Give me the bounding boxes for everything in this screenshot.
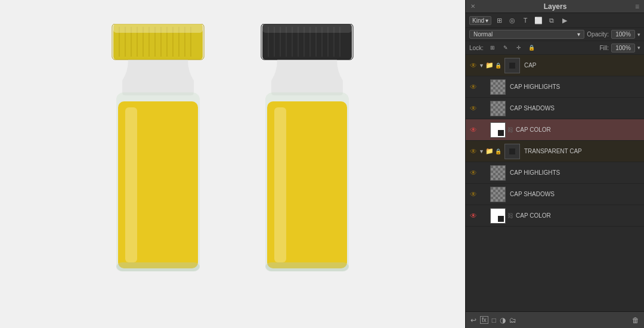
eye-icon[interactable]: 👁 bbox=[468, 60, 479, 71]
filter-dropdown[interactable]: Kind ▾ bbox=[469, 16, 491, 25]
eye-icon[interactable]: 👁 bbox=[468, 82, 479, 92]
lock-paint-icon[interactable]: ✎ bbox=[500, 42, 511, 53]
filter-row: Kind ▾ ⊞ ◎ T ⬜ ⧉ ▶ bbox=[466, 13, 644, 28]
lock-icon: 🔒 bbox=[495, 148, 501, 154]
expand-icon[interactable]: ▼ bbox=[479, 148, 484, 154]
layer-name: CAP bbox=[522, 62, 642, 69]
blend-opacity-row: Normal ▾ Opacity: 100% ▾ bbox=[466, 28, 644, 41]
fx-icon[interactable]: fx bbox=[480, 316, 488, 324]
panel-close-icon[interactable]: ✕ bbox=[470, 3, 475, 10]
chain-icon: ⛓ bbox=[507, 126, 513, 133]
svg-rect-18 bbox=[125, 107, 137, 262]
eye-icon[interactable]: 👁 bbox=[468, 168, 479, 178]
trash-icon[interactable]: 🗑 bbox=[632, 316, 639, 324]
layer-name: CAP HIGHLIGHTS bbox=[507, 83, 642, 90]
fill-value[interactable]: 100% bbox=[611, 44, 635, 52]
svg-rect-19 bbox=[116, 262, 200, 271]
layer-name: CAP SHADOWS bbox=[507, 191, 642, 197]
layer-name: CAP HIGHLIGHTS bbox=[507, 169, 642, 176]
svg-rect-38 bbox=[274, 107, 286, 262]
opacity-value[interactable]: 100% bbox=[611, 30, 635, 39]
layer-thumbnail bbox=[490, 187, 506, 202]
layer-thumbnail bbox=[490, 208, 506, 224]
eye-icon[interactable]: 👁 bbox=[468, 189, 479, 200]
filter-pixel-icon[interactable]: ⊞ bbox=[494, 15, 504, 26]
layer-item-cap-group[interactable]: 👁 ▼ 📁 🔒 CAP bbox=[466, 55, 644, 76]
layer-item-cap-highlights[interactable]: 👁 CAP HIGHLIGHTS bbox=[466, 76, 644, 98]
filter-text-icon[interactable]: T bbox=[520, 15, 531, 26]
layer-thumbnail bbox=[504, 144, 520, 159]
expand-icon[interactable]: ▼ bbox=[479, 63, 484, 69]
layers-panel: ✕ Layers ≡ Kind ▾ ⊞ ◎ T ⬜ ⧉ ▶ Normal ▾ O… bbox=[465, 0, 644, 328]
lock-label: Lock: bbox=[469, 45, 484, 51]
panel-menu-icon[interactable]: ≡ bbox=[635, 2, 639, 11]
blend-mode-dropdown[interactable]: Normal ▾ bbox=[469, 30, 584, 39]
filter-adjust-icon[interactable]: ◎ bbox=[507, 15, 518, 26]
filter-smartobj-icon[interactable]: ⧉ bbox=[546, 15, 557, 26]
blend-mode-label: Normal bbox=[473, 31, 493, 38]
layer-item-cap-shadows-2[interactable]: 👁 CAP SHADOWS bbox=[466, 184, 644, 205]
filter-chevron-icon: ▾ bbox=[485, 17, 488, 24]
folder-icon: 📁 bbox=[485, 147, 494, 155]
layer-name: CAP SHADOWS bbox=[507, 105, 642, 112]
mask-icon[interactable]: □ bbox=[492, 316, 496, 324]
eye-icon[interactable]: 👁 bbox=[468, 125, 479, 135]
link-icon[interactable]: ↩ bbox=[470, 316, 476, 324]
bottle-1 bbox=[95, 24, 221, 280]
filter-kind-label: Kind bbox=[472, 17, 484, 24]
fill-chevron-icon: ▾ bbox=[637, 45, 640, 51]
layer-thumbnail bbox=[490, 122, 506, 138]
opacity-control: Opacity: 100% ▾ bbox=[587, 30, 640, 39]
layer-thumbnail bbox=[490, 165, 506, 181]
lock-all-icon[interactable]: 🔒 bbox=[527, 42, 537, 53]
filter-shape-icon[interactable]: ⬜ bbox=[533, 15, 544, 26]
layer-item-cap-highlights-2[interactable]: 👁 CAP HIGHLIGHTS bbox=[466, 162, 644, 184]
layer-item-cap-shadows[interactable]: 👁 CAP SHADOWS bbox=[466, 98, 644, 119]
lock-icons: ⊞ ✎ ✛ 🔒 bbox=[487, 42, 537, 53]
opacity-label: Opacity: bbox=[587, 31, 609, 38]
folder-icon: 📁 bbox=[485, 61, 494, 69]
canvas-area bbox=[0, 0, 465, 328]
blend-chevron-icon: ▾ bbox=[577, 31, 580, 38]
bottle-2 bbox=[244, 24, 370, 280]
bottles-container bbox=[95, 24, 370, 304]
lock-row: Lock: ⊞ ✎ ✛ 🔒 Fill: 100% ▾ bbox=[466, 41, 644, 55]
eye-icon[interactable]: 👁 bbox=[468, 211, 479, 221]
layer-thumbnail bbox=[504, 58, 520, 73]
opacity-chevron-icon: ▾ bbox=[637, 32, 640, 38]
panel-title: Layers bbox=[544, 2, 567, 11]
layer-name: CAP COLOR bbox=[513, 126, 642, 133]
chain-icon: ⛓ bbox=[507, 212, 513, 219]
layers-list[interactable]: 👁 ▼ 📁 🔒 CAP 👁 CAP HIGHLIGHTS bbox=[466, 55, 644, 311]
svg-rect-39 bbox=[265, 262, 349, 271]
layer-thumbnail bbox=[490, 79, 506, 95]
lock-move-icon[interactable]: ✛ bbox=[513, 42, 524, 53]
adjustment-icon[interactable]: ◑ bbox=[500, 316, 506, 324]
panel-header: ✕ Layers ≡ bbox=[466, 0, 644, 13]
svg-rect-15 bbox=[113, 24, 203, 33]
layer-name: CAP COLOR bbox=[513, 212, 642, 219]
fill-control: Fill: 100% ▾ bbox=[599, 44, 640, 52]
group-folder-icon[interactable]: 🗂 bbox=[509, 316, 516, 324]
layers-bottom-toolbar: ↩ fx □ ◑ 🗂 🗑 bbox=[466, 311, 644, 328]
svg-rect-35 bbox=[262, 24, 352, 33]
eye-icon[interactable]: 👁 bbox=[468, 146, 479, 157]
eye-icon[interactable]: 👁 bbox=[468, 103, 479, 114]
filter-video-icon[interactable]: ▶ bbox=[559, 15, 570, 26]
layer-name: TRANSPARENT CAP bbox=[522, 148, 642, 154]
layer-item-cap-color-2[interactable]: 👁 ⛓ CAP COLOR bbox=[466, 205, 644, 227]
fill-label: Fill: bbox=[599, 45, 609, 51]
layer-item-cap-color[interactable]: 👁 ⛓ CAP COLOR bbox=[466, 119, 644, 141]
layer-item-transparent-cap-group[interactable]: 👁 ▼ 📁 🔒 TRANSPARENT CAP bbox=[466, 141, 644, 162]
lock-pixels-icon[interactable]: ⊞ bbox=[487, 42, 498, 53]
layer-thumbnail bbox=[490, 101, 506, 116]
lock-icon: 🔒 bbox=[495, 63, 501, 69]
